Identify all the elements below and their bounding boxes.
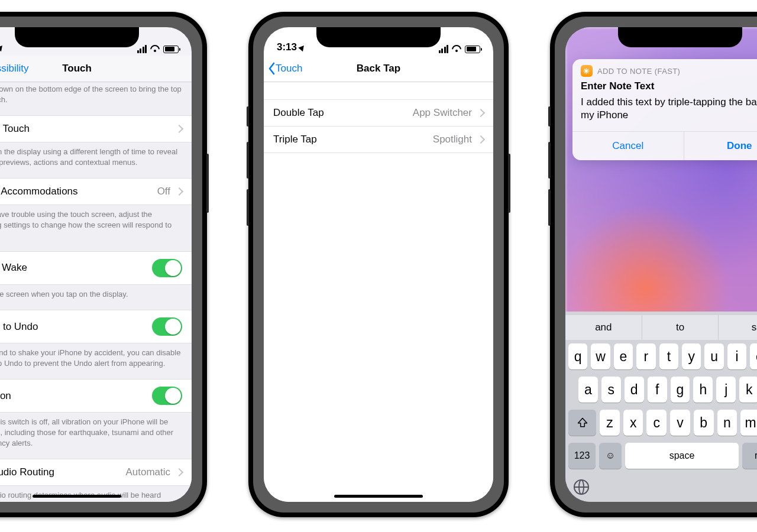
double-tap-row[interactable]: Double TapApp Switcher [264,99,493,126]
cellular-icon [439,45,449,53]
cancel-button[interactable]: Cancel [572,132,684,160]
notch [618,27,742,47]
key-n[interactable]: n [717,410,737,436]
notch [15,27,139,47]
call-audio-routing-row[interactable]: Call Audio RoutingAutomatic [0,459,192,486]
key-x[interactable]: x [623,410,643,436]
shortcut-app-icon: ✳ [581,65,593,77]
globe-key[interactable] [574,479,589,495]
battery-icon [465,46,480,53]
battery-icon [163,46,179,53]
key-b[interactable]: b [694,410,714,436]
suggestion-bar: and to so [565,315,757,340]
key-e[interactable]: e [614,343,633,369]
key-i[interactable]: i [727,343,746,369]
key-k[interactable]: k [739,377,757,403]
space-key[interactable]: space [625,443,738,469]
suggestion-1[interactable]: and [565,315,642,340]
wifi-icon [150,45,160,53]
haptic-touch-footer: Press on the display using a different l… [0,142,192,178]
home-indicator[interactable] [334,495,423,498]
suggestion-3[interactable]: so [718,315,757,340]
shake-to-undo-toggle[interactable] [152,317,182,336]
back-button[interactable]: Touch [264,62,302,75]
tap-to-wake-footer: Wake the screen when you tap on the disp… [0,285,192,310]
phone-touch-settings: 3:13 Accessibility Touch Swipe down on t… [0,12,207,517]
key-u[interactable]: u [704,343,723,369]
shake-to-undo-footer: If you tend to shake your iPhone by acci… [0,343,192,379]
key-q[interactable]: q [568,343,587,369]
call-audio-routing-footer: Call audio routing determines where audi… [0,486,192,502]
keyboard: and to so qwertyuiop asdfghjkl zxcvbnm 1… [565,312,757,502]
emoji-key[interactable]: ☺ [599,443,622,469]
shake-to-undo-row: Shake to Undo [0,310,192,343]
alert-title: Enter Note Text [572,79,757,93]
return-key[interactable]: return [742,443,757,469]
haptic-touch-row[interactable]: Haptic Touch [0,115,192,142]
vibration-row: Vibration [0,379,192,413]
key-w[interactable]: w [591,343,610,369]
tap-to-wake-toggle[interactable] [152,259,182,277]
key-a[interactable]: a [578,377,598,403]
key-c[interactable]: c [646,410,667,436]
notch [316,27,441,47]
phone-shortcut-prompt: ✳ ADD TO NOTE (FAST) Enter Note Text I a… [550,12,757,517]
key-d[interactable]: d [625,377,644,403]
location-icon [0,43,5,51]
touch-accommodations-row[interactable]: Touch AccommodationsOff [0,178,192,205]
phone-back-tap: 3:13 Touch Back Tap Double TapApp Switch… [248,12,509,517]
status-time: 3:13 [277,41,297,53]
numbers-key[interactable]: 123 [568,443,596,469]
touch-accommodations-footer: If you have trouble using the touch scre… [0,205,192,251]
suggestion-2[interactable]: to [642,315,719,340]
vibration-toggle[interactable] [152,387,182,405]
key-j[interactable]: j [716,377,736,403]
home-indicator[interactable] [33,495,121,498]
navbar: Touch Back Tap [264,56,493,82]
key-z[interactable]: z [600,410,620,436]
shortcut-alert: ✳ ADD TO NOTE (FAST) Enter Note Text I a… [572,59,757,160]
key-v[interactable]: v [670,410,690,436]
cellular-icon [137,45,147,53]
done-button[interactable]: Done [684,132,758,160]
chevron-right-icon [477,109,485,117]
tap-to-wake-row: Tap to Wake [0,251,192,285]
key-y[interactable]: y [682,343,701,369]
alert-text-field[interactable]: I added this text by triple-tapping the … [572,93,757,131]
chevron-right-icon [175,187,183,196]
reachability-footer: Swipe down on the bottom edge of the scr… [0,82,192,115]
key-r[interactable]: r [636,343,655,369]
chevron-right-icon [175,468,183,476]
vibration-footer: When this switch is off, all vibration o… [0,413,192,459]
location-icon [298,43,306,51]
navbar: Accessibility Touch [0,56,192,82]
wifi-icon [451,45,462,53]
chevron-right-icon [477,135,485,144]
key-m[interactable]: m [740,410,757,436]
key-o[interactable]: o [750,343,757,369]
back-label: Touch [276,63,302,74]
chevron-right-icon [175,125,183,133]
key-f[interactable]: f [648,377,667,403]
back-button[interactable]: Accessibility [0,62,29,75]
key-h[interactable]: h [693,377,713,403]
key-g[interactable]: g [671,377,690,403]
alert-header: ADD TO NOTE (FAST) [597,67,680,76]
shift-key[interactable] [568,410,596,436]
key-s[interactable]: s [601,377,621,403]
key-t[interactable]: t [659,343,678,369]
back-label: Accessibility [0,63,29,74]
triple-tap-row[interactable]: Triple TapSpotlight [264,126,493,153]
